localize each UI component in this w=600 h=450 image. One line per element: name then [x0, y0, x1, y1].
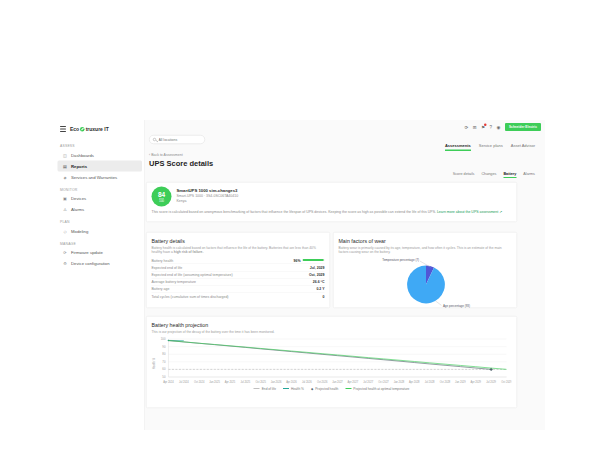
projection-title: Battery health projection: [152, 322, 512, 328]
svg-text:Apr 2026: Apr 2026: [286, 380, 297, 384]
external-link-icon: ↗: [499, 210, 502, 214]
series-projected-health-at-optimal-temperature: [168, 341, 506, 370]
y-axis-label: Health %: [152, 357, 156, 369]
svg-text:Oct 2024: Oct 2024: [194, 380, 205, 384]
schneider-electric-logo[interactable]: Schneider Electric: [505, 123, 541, 131]
wear-card-description: Battery wear is primarily caused by its …: [339, 246, 512, 255]
detail-value: 96%: [293, 258, 324, 262]
svg-text:Apr 2027: Apr 2027: [348, 380, 359, 384]
pie-label-age: Age percentage (93): [443, 304, 470, 308]
user-avatar-icon[interactable]: ◉: [497, 125, 501, 130]
modeling-icon: ◇: [63, 229, 68, 234]
battery-detail-row: Expected end of life (assuming optimal t…: [152, 271, 325, 278]
battery-detail-row: Battery age0.2 Y: [152, 285, 325, 292]
learn-more-link[interactable]: Learn more about the UPS assessment ↗: [437, 210, 502, 214]
legend-projected-health-at-optimal-temperature[interactable]: Projected health at optimal temperature: [345, 387, 409, 391]
detail-label: Expected end of life (assuming optimal t…: [152, 273, 233, 277]
legend-label: Health %: [291, 387, 304, 391]
apps-grid-icon[interactable]: ⊞: [473, 125, 477, 130]
svg-text:100: 100: [161, 337, 166, 341]
svg-text:80: 80: [162, 352, 166, 356]
primary-tabs: AssessmentsService plansAsset Advisor: [445, 143, 535, 151]
refresh-icon[interactable]: ⟳: [464, 125, 468, 130]
tab-asset-advisor[interactable]: Asset Advisor: [511, 143, 535, 151]
sidebar-item-services-and-warranties[interactable]: ◈Services and Warranties: [58, 172, 143, 183]
sidebar-item-modeling[interactable]: ◇Modeling: [58, 226, 143, 237]
detail-label: Total cycles (cumulative sum of times di…: [152, 294, 229, 298]
legend-label: Projected health at optimal temperature: [353, 387, 409, 391]
app-window: Ecotruxure IT Assess◫Dashboards▤Reports◈…: [55, 120, 545, 430]
health-bar: [303, 259, 325, 261]
score-denominator: 100: [159, 198, 164, 202]
svg-text:Apr 2025: Apr 2025: [225, 380, 236, 384]
battery-detail-row: Total cycles (cumulative sum of times di…: [152, 292, 325, 299]
sidebar-section-monitor: Monitor: [55, 183, 145, 194]
svg-text:Oct 2029: Oct 2029: [501, 380, 511, 384]
back-link[interactable]: ‹ Back to Assessment: [149, 153, 183, 157]
projection-card: Battery health projection This is our pr…: [146, 316, 517, 408]
battery-details-title: Battery details: [152, 238, 325, 244]
sidebar-item-devices[interactable]: ▣Devices: [58, 193, 143, 204]
legend-health[interactable]: Health %: [283, 387, 304, 391]
device-model-serial: Smart-UPS 1000 · 3S4-0SC06TA40410: [177, 194, 239, 198]
svg-text:Apr 2029: Apr 2029: [471, 380, 482, 384]
alarms-icon: ⚠: [63, 207, 68, 212]
sidebar-section-manage: Manage: [55, 237, 145, 248]
battery-details-rows: Battery health96%Expected end of lifeJul…: [152, 257, 325, 300]
secondary-tabs: Score detailsChangesBatteryAlarms: [453, 171, 535, 178]
device-configuration-icon: ⚙: [63, 261, 68, 266]
notifications-icon[interactable]: ⚑: [481, 125, 485, 130]
detail-label: Average battery temperature: [152, 280, 196, 284]
svg-text:Jan 2029: Jan 2029: [455, 380, 466, 384]
svg-text:Jan 2027: Jan 2027: [332, 380, 343, 384]
battery-detail-row: Battery health96%: [152, 257, 325, 264]
subtab-changes[interactable]: Changes: [481, 171, 496, 178]
hamburger-menu-icon[interactable]: [60, 126, 66, 132]
svg-text:Jul 2025: Jul 2025: [240, 380, 250, 384]
subtab-alarms[interactable]: Alarms: [523, 171, 535, 178]
pie-label-temperature: Temperature percentage (7): [382, 258, 419, 262]
sidebar-item-label: Reports: [71, 164, 87, 169]
subtab-battery[interactable]: Battery: [503, 171, 516, 178]
detail-value: Oct, 2029: [309, 273, 325, 277]
score-card: 84 100 SmartUPS 1000 sim-changes3 Smart-…: [146, 182, 517, 222]
sidebar-header: Ecotruxure IT: [55, 120, 145, 139]
tab-assessments[interactable]: Assessments: [445, 143, 471, 151]
svg-text:Apr 2024: Apr 2024: [163, 380, 174, 384]
svg-text:Jul 2028: Jul 2028: [425, 380, 435, 384]
svg-text:90: 90: [162, 345, 166, 349]
legend-label: End of life: [262, 387, 276, 391]
score-description: This score is calculated based on anonym…: [152, 209, 512, 214]
battery-detail-row: Average battery temperature26.6 °C: [152, 278, 325, 285]
projection-description: This is our projection of the decay of t…: [152, 330, 512, 334]
svg-text:60: 60: [162, 367, 166, 371]
sidebar-item-dashboards[interactable]: ◫Dashboards: [58, 150, 143, 161]
legend-projected-health[interactable]: ◆Projected health: [311, 387, 338, 391]
sidebar: Ecotruxure IT Assess◫Dashboards▤Reports◈…: [55, 120, 145, 430]
search-input[interactable]: [159, 138, 202, 142]
location-search: [149, 135, 205, 144]
help-icon[interactable]: ?: [490, 125, 493, 130]
svg-text:Jan 2026: Jan 2026: [271, 380, 282, 384]
sidebar-item-label: Modeling: [71, 229, 88, 234]
sidebar-item-alarms[interactable]: ⚠Alarms: [58, 204, 143, 215]
sidebar-item-label: Dashboards: [71, 153, 94, 158]
sidebar-section-plan: Plan: [55, 215, 145, 226]
reports-icon: ▤: [63, 164, 68, 169]
detail-label: Battery health: [152, 258, 174, 262]
sidebar-item-firmware-update[interactable]: ⟳Firmware update: [58, 247, 143, 258]
sidebar-item-device-configuration[interactable]: ⚙Device configuration: [58, 258, 143, 269]
page: Ecotruxure IT Assess◫Dashboards▤Reports◈…: [0, 0, 600, 450]
ups-score-badge: 84 100: [152, 187, 172, 207]
svg-text:Jul 2026: Jul 2026: [302, 380, 312, 384]
legend-end-of-life[interactable]: End of life: [254, 387, 276, 391]
score-description-text: This score is calculated based on anonym…: [152, 210, 436, 214]
wear-factors-card: Main factors of wear Battery wear is pri…: [333, 232, 517, 308]
svg-text:Jul 2029: Jul 2029: [486, 380, 496, 384]
ecostruxure-mark-icon: [80, 127, 85, 132]
search-icon: [153, 138, 156, 141]
sidebar-item-reports[interactable]: ▤Reports: [58, 161, 143, 172]
subtab-score-details[interactable]: Score details: [453, 171, 475, 178]
legend-line-icon: [283, 388, 289, 389]
tab-service-plans[interactable]: Service plans: [479, 143, 503, 151]
